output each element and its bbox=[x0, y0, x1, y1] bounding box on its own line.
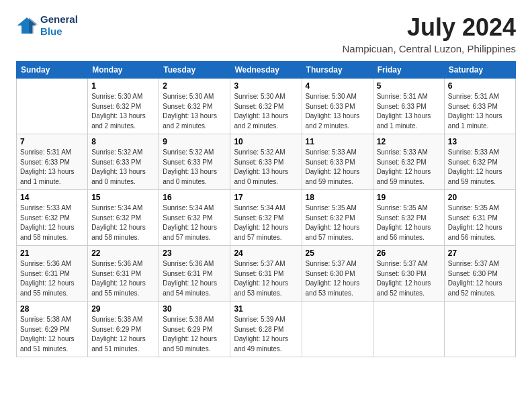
calendar-cell: 7Sunrise: 5:31 AM Sunset: 6:33 PM Daylig… bbox=[17, 134, 88, 190]
calendar-cell bbox=[302, 302, 373, 357]
calendar-cell: 12Sunrise: 5:33 AM Sunset: 6:32 PM Dayli… bbox=[373, 134, 444, 190]
logo: General Blue bbox=[16, 13, 78, 38]
calendar-cell: 10Sunrise: 5:32 AM Sunset: 6:33 PM Dayli… bbox=[230, 134, 302, 190]
subtitle: Nampicuan, Central Luzon, Philippines bbox=[343, 43, 516, 54]
calendar-cell: 22Sunrise: 5:36 AM Sunset: 6:31 PM Dayli… bbox=[88, 246, 159, 302]
day-info: Sunrise: 5:33 AM Sunset: 6:33 PM Dayligh… bbox=[306, 148, 369, 187]
calendar-cell: 15Sunrise: 5:34 AM Sunset: 6:32 PM Dayli… bbox=[88, 190, 159, 246]
day-info: Sunrise: 5:37 AM Sunset: 6:30 PM Dayligh… bbox=[377, 259, 441, 298]
day-number: 4 bbox=[306, 81, 369, 91]
day-info: Sunrise: 5:33 AM Sunset: 6:32 PM Dayligh… bbox=[448, 148, 512, 187]
calendar-cell: 6Sunrise: 5:31 AM Sunset: 6:33 PM Daylig… bbox=[444, 79, 515, 134]
day-number: 27 bbox=[448, 248, 512, 258]
day-number: 19 bbox=[377, 193, 441, 202]
column-header-saturday: Saturday bbox=[444, 62, 515, 79]
day-info: Sunrise: 5:37 AM Sunset: 6:31 PM Dayligh… bbox=[234, 259, 298, 298]
calendar-cell: 20Sunrise: 5:35 AM Sunset: 6:31 PM Dayli… bbox=[444, 190, 515, 246]
day-info: Sunrise: 5:37 AM Sunset: 6:30 PM Dayligh… bbox=[448, 259, 512, 298]
day-number: 12 bbox=[377, 137, 441, 146]
week-row-5: 28Sunrise: 5:38 AM Sunset: 6:29 PM Dayli… bbox=[17, 302, 516, 357]
calendar-cell: 4Sunrise: 5:30 AM Sunset: 6:33 PM Daylig… bbox=[302, 79, 373, 134]
calendar: SundayMondayTuesdayWednesdayThursdayFrid… bbox=[16, 61, 516, 357]
day-info: Sunrise: 5:39 AM Sunset: 6:28 PM Dayligh… bbox=[234, 315, 298, 354]
day-number: 5 bbox=[377, 81, 441, 91]
calendar-cell: 26Sunrise: 5:37 AM Sunset: 6:30 PM Dayli… bbox=[373, 246, 444, 302]
day-number: 25 bbox=[306, 248, 369, 258]
day-info: Sunrise: 5:32 AM Sunset: 6:33 PM Dayligh… bbox=[163, 148, 226, 187]
day-number: 8 bbox=[91, 137, 155, 146]
day-number: 31 bbox=[234, 304, 298, 314]
calendar-cell: 18Sunrise: 5:35 AM Sunset: 6:32 PM Dayli… bbox=[302, 190, 373, 246]
calendar-cell: 11Sunrise: 5:33 AM Sunset: 6:33 PM Dayli… bbox=[302, 134, 373, 190]
day-number: 6 bbox=[448, 81, 512, 91]
calendar-cell: 27Sunrise: 5:37 AM Sunset: 6:30 PM Dayli… bbox=[444, 246, 515, 302]
calendar-cell: 3Sunrise: 5:30 AM Sunset: 6:32 PM Daylig… bbox=[230, 79, 302, 134]
calendar-cell: 21Sunrise: 5:36 AM Sunset: 6:31 PM Dayli… bbox=[17, 246, 88, 302]
day-number: 10 bbox=[234, 137, 298, 146]
calendar-cell bbox=[373, 302, 444, 357]
calendar-cell: 16Sunrise: 5:34 AM Sunset: 6:32 PM Dayli… bbox=[159, 190, 230, 246]
day-info: Sunrise: 5:34 AM Sunset: 6:32 PM Dayligh… bbox=[91, 203, 155, 242]
title-block: July 2024 Nampicuan, Central Luzon, Phil… bbox=[343, 13, 516, 54]
calendar-cell: 9Sunrise: 5:32 AM Sunset: 6:33 PM Daylig… bbox=[159, 134, 230, 190]
day-number: 22 bbox=[91, 248, 155, 258]
day-info: Sunrise: 5:35 AM Sunset: 6:31 PM Dayligh… bbox=[448, 203, 512, 242]
day-number: 16 bbox=[163, 193, 226, 202]
day-info: Sunrise: 5:30 AM Sunset: 6:33 PM Dayligh… bbox=[306, 92, 369, 131]
day-info: Sunrise: 5:37 AM Sunset: 6:30 PM Dayligh… bbox=[306, 259, 369, 298]
calendar-cell: 31Sunrise: 5:39 AM Sunset: 6:28 PM Dayli… bbox=[230, 302, 302, 357]
day-number: 2 bbox=[163, 81, 226, 91]
day-info: Sunrise: 5:31 AM Sunset: 6:33 PM Dayligh… bbox=[448, 92, 512, 131]
calendar-cell: 25Sunrise: 5:37 AM Sunset: 6:30 PM Dayli… bbox=[302, 246, 373, 302]
week-row-1: 1Sunrise: 5:30 AM Sunset: 6:32 PM Daylig… bbox=[17, 79, 516, 134]
calendar-cell: 17Sunrise: 5:34 AM Sunset: 6:32 PM Dayli… bbox=[230, 190, 302, 246]
day-info: Sunrise: 5:31 AM Sunset: 6:33 PM Dayligh… bbox=[377, 92, 441, 131]
day-number: 18 bbox=[306, 193, 369, 202]
column-header-tuesday: Tuesday bbox=[159, 62, 230, 79]
day-info: Sunrise: 5:38 AM Sunset: 6:29 PM Dayligh… bbox=[20, 315, 84, 354]
day-info: Sunrise: 5:30 AM Sunset: 6:32 PM Dayligh… bbox=[91, 92, 155, 131]
calendar-cell: 8Sunrise: 5:32 AM Sunset: 6:33 PM Daylig… bbox=[88, 134, 159, 190]
column-header-wednesday: Wednesday bbox=[230, 62, 302, 79]
day-number: 23 bbox=[163, 248, 226, 258]
day-info: Sunrise: 5:32 AM Sunset: 6:33 PM Dayligh… bbox=[234, 148, 298, 187]
calendar-cell: 30Sunrise: 5:38 AM Sunset: 6:29 PM Dayli… bbox=[159, 302, 230, 357]
day-number: 21 bbox=[20, 248, 84, 258]
logo-icon bbox=[16, 15, 38, 36]
logo-text: General Blue bbox=[40, 13, 78, 38]
calendar-cell bbox=[17, 79, 88, 134]
day-number: 24 bbox=[234, 248, 298, 258]
day-number: 15 bbox=[91, 193, 155, 202]
day-number: 7 bbox=[20, 137, 84, 146]
day-info: Sunrise: 5:34 AM Sunset: 6:32 PM Dayligh… bbox=[163, 203, 226, 242]
calendar-cell: 28Sunrise: 5:38 AM Sunset: 6:29 PM Dayli… bbox=[17, 302, 88, 357]
day-info: Sunrise: 5:30 AM Sunset: 6:32 PM Dayligh… bbox=[163, 92, 226, 131]
calendar-cell: 14Sunrise: 5:33 AM Sunset: 6:32 PM Dayli… bbox=[17, 190, 88, 246]
day-info: Sunrise: 5:36 AM Sunset: 6:31 PM Dayligh… bbox=[20, 259, 84, 298]
day-info: Sunrise: 5:30 AM Sunset: 6:32 PM Dayligh… bbox=[234, 92, 298, 131]
column-header-friday: Friday bbox=[373, 62, 444, 79]
day-info: Sunrise: 5:34 AM Sunset: 6:32 PM Dayligh… bbox=[234, 203, 298, 242]
day-info: Sunrise: 5:33 AM Sunset: 6:32 PM Dayligh… bbox=[20, 203, 84, 242]
day-number: 3 bbox=[234, 81, 298, 91]
calendar-cell: 5Sunrise: 5:31 AM Sunset: 6:33 PM Daylig… bbox=[373, 79, 444, 134]
day-number: 1 bbox=[91, 81, 155, 91]
calendar-cell: 13Sunrise: 5:33 AM Sunset: 6:32 PM Dayli… bbox=[444, 134, 515, 190]
column-header-thursday: Thursday bbox=[302, 62, 373, 79]
day-number: 13 bbox=[448, 137, 512, 146]
day-number: 14 bbox=[20, 193, 84, 202]
column-header-sunday: Sunday bbox=[17, 62, 88, 79]
calendar-cell bbox=[444, 302, 515, 357]
day-info: Sunrise: 5:35 AM Sunset: 6:32 PM Dayligh… bbox=[377, 203, 441, 242]
calendar-cell: 29Sunrise: 5:38 AM Sunset: 6:29 PM Dayli… bbox=[88, 302, 159, 357]
day-number: 26 bbox=[377, 248, 441, 258]
day-info: Sunrise: 5:35 AM Sunset: 6:32 PM Dayligh… bbox=[306, 203, 369, 242]
day-number: 30 bbox=[163, 304, 226, 314]
page: General Blue July 2024 Nampicuan, Centra… bbox=[0, 0, 532, 411]
calendar-cell: 1Sunrise: 5:30 AM Sunset: 6:32 PM Daylig… bbox=[88, 79, 159, 134]
day-number: 20 bbox=[448, 193, 512, 202]
week-row-4: 21Sunrise: 5:36 AM Sunset: 6:31 PM Dayli… bbox=[17, 246, 516, 302]
day-info: Sunrise: 5:36 AM Sunset: 6:31 PM Dayligh… bbox=[91, 259, 155, 298]
day-number: 29 bbox=[91, 304, 155, 314]
day-number: 11 bbox=[306, 137, 369, 146]
